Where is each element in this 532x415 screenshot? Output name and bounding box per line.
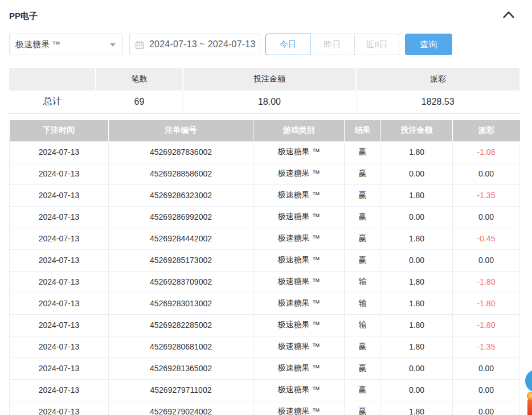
- record-row: 2024-07-13 45269279024002 极速糖果 ™ 赢 1.80 …: [10, 401, 520, 415]
- record-payout: 0.00: [453, 401, 520, 415]
- panel-header: PP电子: [9, 10, 519, 22]
- record-result: 赢: [345, 228, 381, 249]
- record-bet-amount: 1.80: [381, 184, 453, 206]
- record-row: 2024-07-13 45269283709002 极速糖果 ™ 输 1.80 …: [10, 271, 520, 293]
- record-game: 极速糖果 ™: [253, 379, 345, 401]
- record-time: 2024-07-13: [10, 379, 109, 401]
- record-game: 极速糖果 ™: [253, 271, 345, 293]
- record-time: 2024-07-13: [10, 163, 109, 184]
- record-id: 45269283013002: [109, 293, 253, 314]
- records-header-payout: 派彩: [453, 120, 520, 141]
- record-result: 赢: [345, 206, 381, 228]
- record-game: 极速糖果 ™: [253, 336, 345, 358]
- record-bet-amount: 0.00: [381, 358, 453, 379]
- yesterday-button[interactable]: 昨日: [310, 34, 355, 55]
- record-row: 2024-07-13 45269286992002 极速糖果 ™ 赢 0.00 …: [10, 206, 520, 228]
- summary-total-count: 69: [96, 91, 183, 113]
- summary-header-bet-amount: 投注金额: [183, 68, 356, 91]
- record-id: 45269279711002: [109, 379, 253, 401]
- record-result: 赢: [345, 401, 381, 415]
- record-payout: -1.08: [453, 141, 520, 163]
- records-header-bet-amount: 投注金额: [381, 120, 453, 141]
- record-result: 输: [345, 314, 381, 336]
- records-header-time: 下注时间: [10, 120, 109, 141]
- record-game: 极速糖果 ™: [253, 358, 345, 379]
- record-time: 2024-07-13: [10, 141, 109, 163]
- chat-bubble-icon[interactable]: [525, 369, 532, 392]
- record-result: 输: [345, 293, 381, 314]
- gift-red-packet-icon[interactable]: [527, 398, 532, 415]
- record-result: 赢: [345, 184, 381, 206]
- record-time: 2024-07-13: [10, 206, 109, 228]
- record-row: 2024-07-13 45269282285002 极速糖果 ™ 输 1.80 …: [10, 314, 520, 336]
- date-range-input[interactable]: 2024-07-13 ~ 2024-07-13: [129, 34, 260, 55]
- summary-header-payout: 派彩: [356, 68, 519, 91]
- date-range-value: 2024-07-13 ~ 2024-07-13: [149, 34, 256, 55]
- chevron-up-icon: [502, 10, 515, 19]
- summary-total-label: 总计: [9, 91, 96, 113]
- record-bet-amount: 0.00: [381, 379, 453, 401]
- record-id: 45269284442002: [109, 228, 253, 249]
- record-row: 2024-07-13 45269286323002 极速糖果 ™ 赢 1.80 …: [10, 184, 520, 206]
- record-time: 2024-07-13: [10, 336, 109, 358]
- record-bet-amount: 1.80: [381, 336, 453, 358]
- record-game: 极速糖果 ™: [253, 314, 345, 336]
- record-time: 2024-07-13: [10, 314, 109, 336]
- records-body: 2024-07-13 45269287836002 极速糖果 ™ 赢 1.80 …: [10, 141, 520, 415]
- record-payout: 0.00: [453, 379, 520, 401]
- record-result: 赢: [345, 249, 381, 271]
- record-game: 极速糖果 ™: [253, 163, 345, 184]
- record-result: 赢: [345, 336, 381, 358]
- search-button[interactable]: 查询: [405, 34, 452, 55]
- record-id: 45269285173002: [109, 249, 253, 271]
- record-row: 2024-07-13 45269285173002 极速糖果 ™ 赢 0.00 …: [10, 249, 520, 271]
- collapse-panel-button[interactable]: [502, 10, 515, 20]
- record-result: 赢: [345, 163, 381, 184]
- last-8-days-button[interactable]: 近8日: [354, 34, 399, 55]
- record-bet-amount: 1.80: [381, 314, 453, 336]
- record-row: 2024-07-13 45269283013002 极速糖果 ™ 输 1.80 …: [10, 293, 520, 314]
- game-select[interactable]: 极速糖果 ™: [9, 34, 123, 55]
- record-payout: 0.00: [453, 249, 520, 271]
- record-id: 45269287836002: [109, 141, 253, 163]
- record-row: 2024-07-13 45269279711002 极速糖果 ™ 赢 0.00 …: [10, 379, 520, 401]
- record-id: 45269282285002: [109, 314, 253, 336]
- calendar-icon: [135, 40, 144, 50]
- record-row: 2024-07-13 45269281365002 极速糖果 ™ 赢 0.00 …: [10, 358, 520, 379]
- record-time: 2024-07-13: [10, 184, 109, 206]
- record-result: 赢: [345, 141, 381, 163]
- record-row: 2024-07-13 45269288586002 极速糖果 ™ 赢 0.00 …: [10, 163, 520, 184]
- record-payout: 0.00: [453, 206, 520, 228]
- summary-table: 笔数 投注金额 派彩 总计 69 18.00 1828.53: [9, 68, 519, 114]
- record-id: 45269280681002: [109, 336, 253, 358]
- record-payout: -1.35: [453, 336, 520, 358]
- filter-bar: 极速糖果 ™ 2024-07-13 ~ 2024-07-13 今日 昨日 近8日…: [9, 34, 519, 55]
- record-id: 45269283709002: [109, 271, 253, 293]
- summary-header-blank: [9, 68, 96, 91]
- records-header-row: 下注时间 注单编号 游戏类别 结果 投注金额 派彩: [10, 120, 520, 141]
- record-payout: -1.80: [453, 293, 520, 314]
- record-payout: 0.00: [453, 358, 520, 379]
- record-payout: 0.00: [453, 163, 520, 184]
- summary-total-row: 总计 69 18.00 1828.53: [9, 91, 519, 113]
- record-row: 2024-07-13 45269280681002 极速糖果 ™ 赢 1.80 …: [10, 336, 520, 358]
- today-button[interactable]: 今日: [265, 34, 310, 55]
- record-bet-amount: 0.00: [381, 206, 453, 228]
- record-bet-amount: 1.80: [381, 293, 453, 314]
- record-id: 45269286992002: [109, 206, 253, 228]
- records-table: 下注时间 注单编号 游戏类别 结果 投注金额 派彩 2024-07-13 452…: [9, 120, 520, 415]
- record-game: 极速糖果 ™: [253, 401, 345, 415]
- page-title: PP电子: [9, 10, 38, 22]
- summary-header-count: 笔数: [96, 68, 183, 91]
- record-bet-amount: 1.80: [381, 141, 453, 163]
- record-payout: -1.35: [453, 184, 520, 206]
- record-time: 2024-07-13: [10, 228, 109, 249]
- record-time: 2024-07-13: [10, 401, 109, 415]
- record-row: 2024-07-13 45269284442002 极速糖果 ™ 赢 1.80 …: [10, 228, 520, 249]
- record-time: 2024-07-13: [10, 358, 109, 379]
- record-game: 极速糖果 ™: [253, 249, 345, 271]
- records-header-game: 游戏类别: [253, 120, 345, 141]
- record-row: 2024-07-13 45269287836002 极速糖果 ™ 赢 1.80 …: [10, 141, 520, 163]
- quick-range-button-group: 今日 昨日 近8日: [265, 34, 399, 55]
- record-game: 极速糖果 ™: [253, 141, 345, 163]
